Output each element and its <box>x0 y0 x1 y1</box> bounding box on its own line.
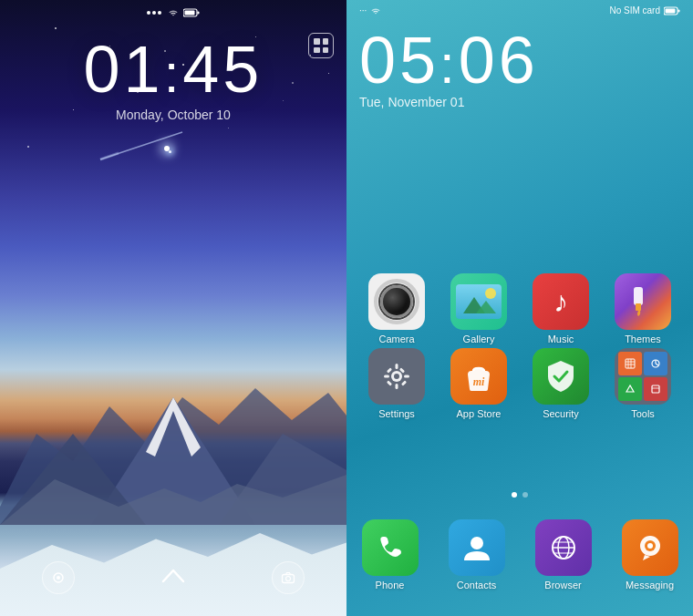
svg-point-53 <box>647 543 653 549</box>
phone-label: Phone <box>376 580 405 590</box>
app-camera[interactable]: Camera <box>360 273 433 344</box>
home-date-value: Tue, November 01 <box>359 95 539 109</box>
svg-point-21 <box>485 288 496 299</box>
svg-point-45 <box>471 537 483 549</box>
tools-label: Tools <box>631 408 655 419</box>
app-security[interactable]: Security <box>524 348 597 419</box>
music-label: Music <box>548 334 574 344</box>
browser-icon-bg <box>535 519 592 576</box>
browser-icon-svg <box>547 531 580 564</box>
up-arrow-icon <box>160 567 187 585</box>
lock-time-display: 01:45 Monday, October 10 <box>0 36 346 122</box>
contacts-icon-bg <box>449 519 505 576</box>
gallery-icon-svg <box>456 284 502 319</box>
home-status-right: No SIM card <box>609 5 680 15</box>
messaging-icon-svg <box>634 531 667 564</box>
lock-camera-button[interactable] <box>272 561 305 594</box>
lock-screen: 01:45 Monday, October 10 <box>0 0 346 616</box>
app-appstore[interactable]: mi App Store <box>442 348 515 419</box>
messaging-label: Messaging <box>626 580 674 590</box>
svg-rect-33 <box>387 380 392 385</box>
app-gallery[interactable]: Gallery <box>442 273 515 344</box>
app-row-1: Camera <box>356 273 684 344</box>
tools-cell-2 <box>644 352 667 375</box>
tools-cell-icon-2 <box>650 358 661 369</box>
svg-rect-27 <box>396 384 398 389</box>
phone-icon-bg <box>362 519 419 576</box>
tools-icon-bg <box>615 348 671 405</box>
dock-contacts[interactable]: Contacts <box>440 519 513 590</box>
battery-icon <box>183 8 200 17</box>
status-icons <box>167 7 200 17</box>
grid-dot-4 <box>323 47 329 54</box>
grid-dot-3 <box>314 47 320 54</box>
home-sim-text: No SIM card <box>609 5 660 15</box>
shield-icon-svg <box>543 358 578 395</box>
flashlight-icon <box>51 570 66 585</box>
tools-cell-icon-3 <box>625 384 636 395</box>
lock-minute: 45 <box>182 33 263 106</box>
signal-dot-3 <box>158 11 161 15</box>
svg-rect-28 <box>384 375 389 378</box>
home-battery-icon <box>664 6 680 15</box>
lock-date-value: Monday, October 10 <box>0 108 346 122</box>
home-time-display: 05:06 Tue, November 01 <box>359 27 539 109</box>
signal-indicator <box>147 11 161 15</box>
svg-point-14 <box>285 577 290 581</box>
home-wifi-icon <box>369 5 382 15</box>
svg-rect-23 <box>636 303 641 311</box>
svg-rect-16 <box>666 8 676 13</box>
themes-brush-icon <box>626 285 659 318</box>
appstore-label: App Store <box>457 408 502 419</box>
home-status-left: ··· <box>359 5 382 15</box>
app-settings[interactable]: Settings <box>360 348 433 419</box>
lock-unlock-arrow[interactable] <box>160 567 187 590</box>
lock-colon: : <box>164 43 183 104</box>
contacts-icon-svg <box>460 531 493 564</box>
dock-messaging[interactable]: Messaging <box>614 519 687 590</box>
svg-text:mi: mi <box>473 375 485 388</box>
browser-label: Browser <box>544 580 581 590</box>
music-icon-bg: ♪ <box>533 273 589 330</box>
camera-label: Camera <box>378 334 414 344</box>
svg-point-12 <box>57 576 60 580</box>
security-icon-bg <box>533 348 589 405</box>
svg-rect-22 <box>634 287 643 305</box>
lock-bottom-bar <box>0 561 346 594</box>
tools-cell-4 <box>644 377 667 401</box>
svg-rect-35 <box>626 359 635 368</box>
lock-hour: 01 <box>84 33 164 106</box>
wifi-icon <box>167 7 180 17</box>
tools-cell-icon-4 <box>650 384 661 395</box>
app-tools[interactable]: Tools <box>606 348 679 419</box>
lock-flashlight-button[interactable] <box>42 561 75 594</box>
tools-cell-3 <box>618 377 642 401</box>
lock-status-bar <box>0 7 346 17</box>
home-dock: Phone Contacts <box>346 507 693 616</box>
home-signal-text: ··· <box>359 5 367 15</box>
svg-rect-30 <box>387 367 392 373</box>
sky-glow <box>164 146 170 151</box>
app-themes[interactable]: Themes <box>606 273 679 344</box>
tools-cell-icon-1 <box>625 358 636 369</box>
app-music[interactable]: ♪ Music <box>524 273 597 344</box>
messaging-icon-bg <box>622 519 678 576</box>
lock-grid-button[interactable] <box>308 33 334 58</box>
dock-phone[interactable]: Phone <box>354 519 427 590</box>
svg-rect-9 <box>185 10 195 15</box>
contacts-label: Contacts <box>457 580 496 590</box>
security-label: Security <box>543 408 579 419</box>
home-time-value: 05:06 <box>359 27 539 93</box>
grid-dot-2 <box>323 38 329 45</box>
home-minute: 06 <box>459 24 539 97</box>
svg-rect-31 <box>401 380 407 385</box>
svg-point-25 <box>394 374 399 379</box>
home-hour: 05 <box>359 24 440 97</box>
svg-rect-43 <box>652 385 659 393</box>
app-row-2: Settings mi App Store <box>356 348 684 419</box>
appstore-icon-bg: mi <box>450 348 507 405</box>
tools-grid-inner <box>615 348 671 405</box>
svg-rect-18 <box>456 284 502 319</box>
camera-ring <box>374 279 419 324</box>
dock-browser[interactable]: Browser <box>527 519 600 590</box>
